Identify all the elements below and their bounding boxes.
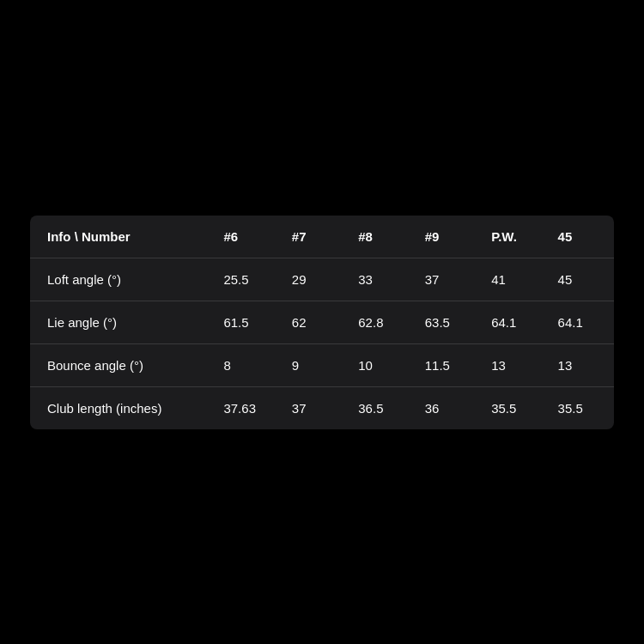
row-club-7: 37 — [282, 386, 348, 429]
row-club-pw: 35.5 — [481, 386, 547, 429]
row-bounce-7: 9 — [282, 343, 348, 386]
row-loft-pw: 41 — [481, 258, 547, 301]
row-lie-45: 64.1 — [548, 301, 614, 343]
row-bounce-label: Bounce angle (°) — [30, 343, 213, 386]
row-loft-9: 37 — [415, 258, 481, 301]
row-lie-8: 62.8 — [348, 301, 414, 343]
header-col-45: 45 — [548, 216, 614, 258]
row-loft-7: 29 — [282, 258, 348, 301]
header-col-8: #8 — [348, 216, 414, 258]
row-bounce-45: 13 — [548, 343, 614, 386]
row-bounce-9: 11.5 — [415, 343, 481, 386]
row-lie-9: 63.5 — [415, 301, 481, 343]
row-lie-label: Lie angle (°) — [30, 301, 213, 343]
header-col-6: #6 — [213, 216, 281, 258]
golf-specs-table: Info \ Number #6 #7 #8 #9 P.W. 45 Loft a… — [30, 216, 614, 429]
header-col-7: #7 — [282, 216, 348, 258]
row-club-9: 36 — [415, 386, 481, 429]
row-lie-7: 62 — [282, 301, 348, 343]
table-header-row: Info \ Number #6 #7 #8 #9 P.W. 45 — [30, 216, 614, 258]
row-club-8: 36.5 — [348, 386, 414, 429]
row-loft-45: 45 — [548, 258, 614, 301]
header-info-number: Info \ Number — [30, 216, 213, 258]
row-loft-6: 25.5 — [213, 258, 281, 301]
header-col-9: #9 — [415, 216, 481, 258]
row-club-label: Club length (inches) — [30, 386, 213, 429]
row-lie-pw: 64.1 — [481, 301, 547, 343]
row-lie-6: 61.5 — [213, 301, 281, 343]
row-bounce-8: 10 — [348, 343, 414, 386]
row-club-45: 35.5 — [548, 386, 614, 429]
header-col-pw: P.W. — [481, 216, 547, 258]
table-row: Bounce angle (°) 8 9 10 11.5 13 13 — [30, 343, 614, 386]
row-loft-8: 33 — [348, 258, 414, 301]
table-row: Club length (inches) 37.63 37 36.5 36 35… — [30, 386, 614, 429]
table-row: Lie angle (°) 61.5 62 62.8 63.5 64.1 64.… — [30, 301, 614, 343]
row-club-6: 37.63 — [213, 386, 281, 429]
row-loft-label: Loft angle (°) — [30, 258, 213, 301]
table-row: Loft angle (°) 25.5 29 33 37 41 45 — [30, 258, 614, 301]
row-bounce-6: 8 — [213, 343, 281, 386]
row-bounce-pw: 13 — [481, 343, 547, 386]
